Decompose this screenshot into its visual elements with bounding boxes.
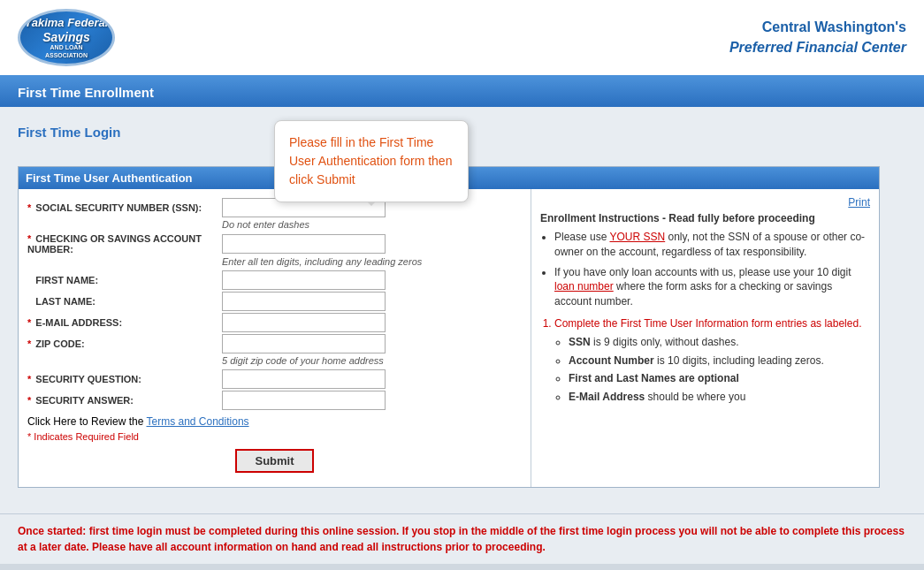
tagline: Central Washington's Preferred Financial… (729, 18, 906, 57)
instructions-bullets: Please use YOUR SSN only, not the SSN of… (540, 230, 870, 309)
secanswer-row: * SECURITY ANSWER: (27, 391, 522, 410)
tagline-line2: Preferred Financial Center (729, 40, 906, 55)
instruction-step-1: Complete the First Time User Information… (554, 316, 870, 405)
sub-bullet-ssn: SSN is 9 digits only, without dashes. (569, 335, 870, 350)
form-and-instructions: * SOCIAL SECURITY NUMBER (SSN): Do not e… (19, 189, 879, 487)
firstname-label: FIRST NAME: (27, 275, 222, 285)
submit-button[interactable]: Submit (235, 449, 313, 473)
banner-title: First Time Enrollment (18, 85, 154, 100)
print-link[interactable]: Print (540, 196, 870, 209)
terms-row: Click Here to Review the Terms and Condi… (27, 415, 522, 428)
secanswer-label: * SECURITY ANSWER: (27, 395, 222, 406)
logo-text: Yakima Federal Savings AND LOANASSOCIATI… (25, 16, 109, 59)
instructions-title: Enrollment Instructions - Read fully bef… (540, 212, 870, 224)
required-note-text: Indicates Required Field (34, 431, 139, 442)
account-label: * CHECKING OR SAVINGS ACCOUNT NUMBER: (27, 233, 222, 255)
lastname-label: LAST NAME: (27, 296, 222, 307)
tagline-line1: Central Washington's (762, 19, 906, 34)
sub-bullet-names: First and Last Names are optional (569, 371, 870, 386)
secquestion-row: * SECURITY QUESTION: (27, 369, 522, 389)
zipcode-input[interactable] (222, 334, 386, 353)
lastname-row: LAST NAME: (27, 292, 522, 311)
account-row: * CHECKING OR SAVINGS ACCOUNT NUMBER: (27, 233, 522, 255)
sub-bullet-email: E-Mail Address should be where you (569, 390, 870, 405)
instruction-bullet-2: If you have only loan accounts with us, … (554, 265, 870, 309)
zipcode-row: * ZIP CODE: (27, 334, 522, 353)
instruction-bullet-1: Please use YOUR SSN only, not the SSN of… (554, 230, 870, 260)
tooltip-text: Please fill in the First Time User Authe… (289, 135, 452, 186)
account-hint: Enter all ten digits, including any lead… (222, 256, 522, 267)
warning-footer: Once started: first time login must be c… (0, 513, 924, 564)
bottom-bar (0, 564, 924, 570)
logo: Yakima Federal Savings AND LOANASSOCIATI… (18, 9, 115, 66)
zipcode-hint: 5 digit zip code of your home address (222, 355, 522, 366)
required-note: * Indicates Required Field (27, 431, 522, 442)
account-input[interactable] (222, 234, 386, 254)
logo-area: Yakima Federal Savings AND LOANASSOCIATI… (18, 9, 115, 66)
email-row: * E-MAIL ADDRESS: (27, 313, 522, 332)
form-left: * SOCIAL SECURITY NUMBER (SSN): Do not e… (19, 189, 531, 487)
email-label: * E-MAIL ADDRESS: (27, 317, 222, 328)
instructions-steps: Complete the First Time User Information… (540, 316, 870, 405)
firstname-input[interactable] (222, 270, 386, 290)
secanswer-input[interactable] (222, 391, 386, 410)
terms-link[interactable]: Terms and Conditions (147, 415, 249, 428)
ssn-label: * SOCIAL SECURITY NUMBER (SSN): (27, 202, 222, 213)
secquestion-label: * SECURITY QUESTION: (27, 374, 222, 384)
form-section: First Time User Authentication * SOCIAL … (18, 166, 880, 488)
sub-bullet-account: Account Number is 10 digits, including l… (569, 353, 870, 369)
firstname-row: FIRST NAME: (27, 270, 522, 290)
main-content: Please fill in the First Time User Authe… (0, 107, 924, 513)
lastname-input[interactable] (222, 292, 386, 311)
page-banner: First Time Enrollment (0, 78, 924, 107)
warning-text: Once started: first time login must be c… (18, 525, 905, 553)
email-input[interactable] (222, 313, 386, 332)
terms-prefix: Click Here to Review the (27, 415, 147, 428)
secquestion-input[interactable] (222, 369, 386, 389)
instructions-panel: Print Enrollment Instructions - Read ful… (531, 189, 879, 419)
zipcode-label: * ZIP CODE: (27, 338, 222, 349)
ssn-hint: Do not enter dashes (222, 219, 522, 230)
tooltip-bubble: Please fill in the First Time User Authe… (274, 120, 469, 202)
page-header: Yakima Federal Savings AND LOANASSOCIATI… (0, 0, 924, 78)
instruction-step-1-subbullets: SSN is 9 digits only, without dashes. Ac… (554, 335, 870, 405)
